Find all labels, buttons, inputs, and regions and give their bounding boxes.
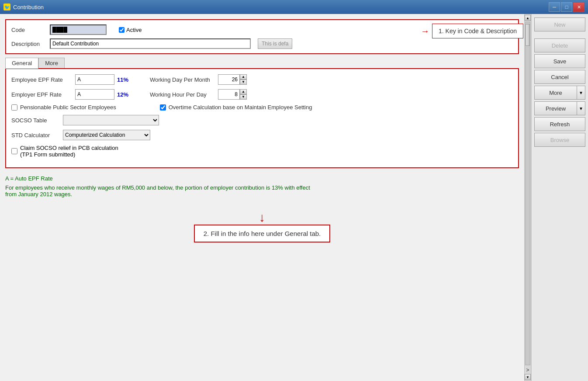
socso-label: SOCSO Table (11, 117, 59, 124)
working-day-input[interactable] (218, 74, 240, 85)
std-calc-row: STD Calculator Computerized Calculation … (11, 130, 513, 140)
preview-button-group: Preview ▼ (534, 101, 585, 115)
working-day-down[interactable]: ▼ (240, 80, 247, 85)
close-button[interactable]: ✕ (573, 2, 585, 12)
pensionable-label: Pensionable Public Sector Employees (20, 104, 116, 111)
restore-button[interactable]: □ (561, 2, 572, 12)
preview-button[interactable]: Preview (534, 101, 577, 115)
socso-select[interactable]: SOCSO 1 SOCSO 2 (63, 115, 159, 125)
working-hour-row: Working Hour Per Day ▲ ▼ (150, 89, 247, 100)
active-group: Active (119, 27, 142, 33)
description-row: Description This is defa (11, 38, 513, 49)
more-button[interactable]: More (534, 86, 577, 100)
more-button-group: More ▼ (534, 86, 585, 100)
scroll-up-arrow[interactable]: ▲ (525, 15, 531, 21)
overtime-checkbox-row: Overtime Calculation base on Maintain Em… (160, 104, 312, 111)
description-label: Description (11, 41, 46, 47)
socso-row: SOCSO Table SOCSO 1 SOCSO 2 (11, 115, 513, 125)
cancel-button[interactable]: Cancel (534, 70, 585, 84)
scroll-expand-arrow[interactable]: > (525, 366, 530, 374)
tabs-container: General More (5, 58, 519, 68)
active-label: Active (126, 27, 142, 33)
form-area: Code Active Description This is defa (0, 14, 524, 381)
refresh-button[interactable]: Refresh (534, 117, 585, 131)
working-day-up[interactable]: ▲ (240, 74, 247, 80)
annotation-arrow-2: ↓ (259, 211, 265, 224)
window-title: Contribution (13, 4, 44, 10)
working-hour-input[interactable] (218, 89, 240, 100)
working-hour-label: Working Hour Per Day (150, 91, 215, 98)
new-button[interactable]: New (534, 17, 585, 31)
general-tab-content: Employee EPF Rate 11% Working Day Per Mo… (5, 68, 519, 168)
pensionable-overtime-row: Pensionable Public Sector Employees Over… (11, 104, 513, 111)
working-hour-down[interactable]: ▼ (240, 94, 247, 100)
overtime-checkbox[interactable] (160, 104, 166, 111)
employer-epf-label: Employer EPF Rate (11, 91, 73, 98)
claim-socso-label: Claim SOCSO relief in PCB calculation (20, 145, 118, 151)
tab-general[interactable]: General (5, 58, 38, 69)
main-content: Code Active Description This is defa (0, 14, 588, 381)
tabs-area: General More Employee EPF Rate 11% Worki… (5, 58, 519, 168)
code-label: Code (11, 27, 46, 33)
employee-epf-input[interactable] (75, 74, 114, 85)
annotation-text-2: 2. Fill in the info here under General t… (194, 225, 331, 242)
annotation-arrow-1: → (421, 26, 429, 36)
save-button[interactable]: Save (534, 54, 585, 68)
employer-epf-row: Employer EPF Rate 12% (11, 89, 132, 100)
overtime-label: Overtime Calculation base on Maintain Em… (169, 104, 312, 111)
working-day-label: Working Day Per Month (150, 76, 215, 83)
claim-socso-labels: Claim SOCSO relief in PCB calculation (T… (20, 145, 118, 158)
pensionable-checkbox-row: Pensionable Public Sector Employees (11, 104, 116, 111)
working-hour-up[interactable]: ▲ (240, 89, 247, 94)
epf-working-row: Employee EPF Rate 11% Working Day Per Mo… (11, 74, 513, 85)
employee-epf-pct: 11% (117, 76, 132, 83)
browse-button[interactable]: Browse (534, 133, 585, 147)
std-calc-label: STD Calculator (11, 132, 59, 139)
sidebar: New Delete Save Cancel More ▼ Preview ▼ … (531, 14, 588, 381)
description-input[interactable] (50, 38, 251, 49)
tab-more[interactable]: More (38, 58, 65, 68)
titlebar: 🐦 Contribution ─ □ ✕ (0, 0, 588, 14)
window-controls: ─ □ ✕ (549, 2, 585, 12)
minimize-button[interactable]: ─ (549, 2, 560, 12)
employee-epf-row: Employee EPF Rate 11% (11, 74, 132, 85)
working-hour-spinner-btns: ▲ ▼ (240, 89, 247, 100)
working-day-spinner: ▲ ▼ (218, 74, 247, 85)
working-hour-spinner: ▲ ▼ (218, 89, 247, 100)
auto-epf-label: A = Auto EPF Rate (5, 175, 519, 182)
annotation-2: ↓ 2. Fill in the info here under General… (5, 211, 519, 242)
annotation-text-1: 1. Key in Code & Description (432, 24, 523, 38)
delete-button[interactable]: Delete (534, 38, 585, 52)
app-icon: 🐦 (3, 3, 10, 10)
employer-epf-input[interactable] (75, 89, 114, 100)
preview-dropdown-arrow[interactable]: ▼ (577, 101, 585, 115)
code-input[interactable] (50, 24, 107, 35)
claim-socso-checkbox[interactable] (11, 148, 17, 154)
main-window: 🐦 Contribution ─ □ ✕ Code Active (0, 0, 588, 381)
scrollbar: ▲ > ▼ (524, 14, 531, 381)
working-day-spinner-btns: ▲ ▼ (240, 74, 247, 85)
std-calc-select[interactable]: Computerized Calculation Manual Calculat… (63, 130, 150, 140)
claim-socso-sub: (TP1 Form submitted) (20, 151, 118, 158)
info-section: A = Auto EPF Rate For employees who rece… (5, 172, 519, 204)
scroll-track (525, 22, 530, 365)
note-text: For employees who receive monthly wages … (5, 184, 311, 197)
employer-epf-hour-row: Employer EPF Rate 12% Working Hour Per D… (11, 89, 513, 100)
employee-epf-label: Employee EPF Rate (11, 76, 73, 83)
employer-epf-pct: 12% (117, 91, 132, 98)
working-day-row: Working Day Per Month ▲ ▼ (150, 74, 247, 85)
pensionable-checkbox[interactable] (11, 104, 17, 111)
active-checkbox[interactable] (119, 27, 125, 33)
claim-socso-row: Claim SOCSO relief in PCB calculation (T… (11, 145, 513, 158)
annotation-1: → 1. Key in Code & Description (421, 24, 523, 38)
titlebar-left: 🐦 Contribution (3, 3, 44, 10)
this-is-default-button[interactable]: This is defa (258, 38, 292, 49)
scroll-down-arrow[interactable]: ▼ (525, 374, 531, 380)
scroll-thumb[interactable] (526, 24, 530, 46)
more-dropdown-arrow[interactable]: ▼ (577, 86, 585, 100)
